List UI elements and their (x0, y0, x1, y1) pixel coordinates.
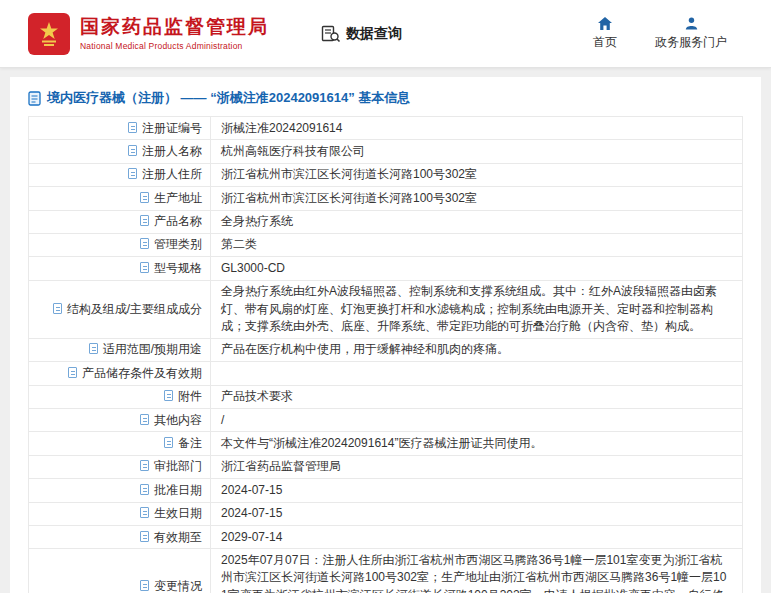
field-icon (140, 238, 149, 249)
table-row: 管理类别 第二类 (29, 233, 743, 256)
nav-home-label: 首页 (593, 34, 617, 51)
table-row: 其他内容 / (29, 409, 743, 432)
row-value: 2024-07-15 (211, 502, 743, 525)
row-label: 适用范围/预期用途 (29, 338, 211, 361)
table-row: 生产地址 浙江省杭州市滨江区长河街道长河路100号302室 (29, 187, 743, 210)
row-label: 附件 (29, 385, 211, 408)
row-label: 变更情况 (29, 549, 211, 593)
data-query-label: 数据查询 (346, 25, 402, 43)
data-query-icon (321, 25, 341, 43)
row-label: 批准日期 (29, 479, 211, 502)
table-row: 批准日期 2024-07-15 (29, 479, 743, 502)
field-icon (53, 303, 62, 314)
agency-name-en: National Medical Products Administration (80, 41, 269, 51)
row-label: 生产地址 (29, 187, 211, 210)
field-icon (140, 580, 149, 591)
table-row: 结构及组成/主要组成成分 全身热疗系统由红外A波段辐照器、控制系统和支撑系统组成… (29, 280, 743, 338)
table-row: 审批部门 浙江省药品监督管理局 (29, 455, 743, 478)
page-title: 境内医疗器械（注册） —— “浙械注准20242091614” 基本信息 (10, 77, 761, 116)
field-icon (164, 437, 173, 448)
row-value: 全身热疗系统由红外A波段辐照器、控制系统和支撑系统组成。其中：红外A波段辐照器由… (211, 280, 743, 338)
top-header: 国家药品监督管理局 National Medical Products Admi… (0, 0, 771, 68)
table-row: 注册人名称 杭州高瓴医疗科技有限公司 (29, 140, 743, 163)
row-label: 其他内容 (29, 409, 211, 432)
row-value: 浙江省杭州市滨江区长河街道长河路100号302室 (211, 163, 743, 186)
nav-home[interactable]: 首页 (593, 16, 617, 51)
row-label: 生效日期 (29, 502, 211, 525)
row-value: / (211, 409, 743, 432)
row-value: 2029-07-14 (211, 526, 743, 549)
nav-data-query[interactable]: 数据查询 (321, 25, 402, 43)
row-label: 注册人住所 (29, 163, 211, 186)
row-value: 浙江省药品监督管理局 (211, 455, 743, 478)
table-row: 生效日期 2024-07-15 (29, 502, 743, 525)
table-row: 变更情况 2025年07月07日：注册人住所由浙江省杭州市西湖区马腾路36号1幢… (29, 549, 743, 593)
agency-name-cn: 国家药品监督管理局 (80, 16, 269, 39)
row-label: 有效期至 (29, 526, 211, 549)
row-label: 产品名称 (29, 210, 211, 233)
table-row: 适用范围/预期用途 产品在医疗机构中使用，用于缓解神经和肌肉的疼痛。 (29, 338, 743, 361)
row-value: 产品技术要求 (211, 385, 743, 408)
brand-text: 国家药品监督管理局 National Medical Products Admi… (80, 16, 269, 51)
row-value: 本文件与“浙械注准20242091614”医疗器械注册证共同使用。 (211, 432, 743, 455)
row-value: 2025年07月07日：注册人住所由浙江省杭州市西湖区马腾路36号1幢一层101… (211, 549, 743, 593)
row-label: 型号规格 (29, 257, 211, 280)
brand: 国家药品监督管理局 National Medical Products Admi… (28, 13, 269, 55)
row-label: 备注 (29, 432, 211, 455)
content-area: 境内医疗器械（注册） —— “浙械注准20242091614” 基本信息 注册证… (0, 68, 771, 593)
detail-panel: 境内医疗器械（注册） —— “浙械注准20242091614” 基本信息 注册证… (10, 77, 761, 593)
table-row: 附件 产品技术要求 (29, 385, 743, 408)
row-value: 浙江省杭州市滨江区长河街道长河路100号302室 (211, 187, 743, 210)
field-icon (128, 145, 137, 156)
nav-portal-label: 政务服务门户 (655, 34, 727, 51)
row-label: 审批部门 (29, 455, 211, 478)
row-value: GL3000-CD (211, 257, 743, 280)
top-nav: 首页 政务服务门户 (593, 16, 727, 51)
home-icon (597, 16, 613, 31)
field-icon (128, 168, 137, 179)
national-emblem-icon (34, 19, 64, 49)
field-icon (140, 215, 149, 226)
table-row: 备注 本文件与“浙械注准20242091614”医疗器械注册证共同使用。 (29, 432, 743, 455)
page-title-text: 境内医疗器械（注册） —— “浙械注准20242091614” 基本信息 (47, 89, 410, 107)
field-icon (140, 414, 149, 425)
table-row: 有效期至 2029-07-14 (29, 526, 743, 549)
table-row: 型号规格 GL3000-CD (29, 257, 743, 280)
field-icon (140, 531, 149, 542)
table-row: 注册人住所 浙江省杭州市滨江区长河街道长河路100号302室 (29, 163, 743, 186)
field-icon (140, 192, 149, 203)
row-value (211, 362, 743, 385)
nmpa-logo (28, 13, 70, 55)
row-value: 第二类 (211, 233, 743, 256)
registration-info-table: 注册证编号 浙械注准20242091614 注册人名称 杭州高瓴医疗科技有限公司… (28, 116, 743, 593)
row-label: 注册人名称 (29, 140, 211, 163)
field-icon (140, 484, 149, 495)
row-label: 产品储存条件及有效期 (29, 362, 211, 385)
row-value: 浙械注准20242091614 (211, 117, 743, 140)
field-icon (140, 460, 149, 471)
field-icon (164, 390, 173, 401)
field-icon (68, 367, 77, 378)
field-icon (128, 122, 137, 133)
row-value: 全身热疗系统 (211, 210, 743, 233)
row-label: 注册证编号 (29, 117, 211, 140)
field-icon (140, 262, 149, 273)
row-value: 杭州高瓴医疗科技有限公司 (211, 140, 743, 163)
table-row: 产品名称 全身热疗系统 (29, 210, 743, 233)
document-icon (28, 91, 41, 106)
row-label: 结构及组成/主要组成成分 (29, 280, 211, 338)
field-icon (140, 507, 149, 518)
field-icon (89, 343, 98, 354)
user-icon (684, 16, 699, 31)
table-row: 注册证编号 浙械注准20242091614 (29, 117, 743, 140)
table-row: 产品储存条件及有效期 (29, 362, 743, 385)
row-value: 产品在医疗机构中使用，用于缓解神经和肌肉的疼痛。 (211, 338, 743, 361)
row-label: 管理类别 (29, 233, 211, 256)
nav-portal[interactable]: 政务服务门户 (655, 16, 727, 51)
row-value: 2024-07-15 (211, 479, 743, 502)
